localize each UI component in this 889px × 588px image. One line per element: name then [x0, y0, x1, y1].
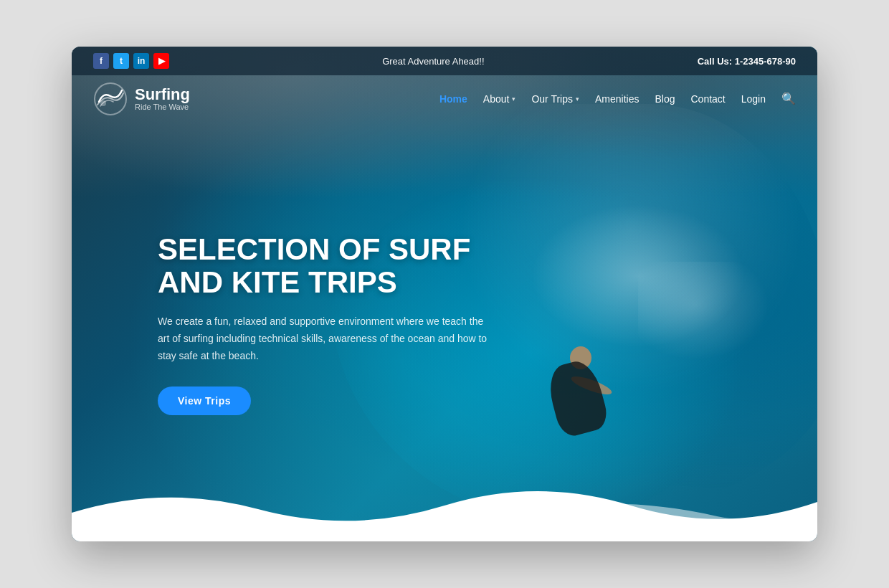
hero-section: f t in ▶ Great Adventure Ahead!! Call Us… — [72, 47, 817, 541]
hero-title: SELECTION OF SURF AND KITE TRIPS — [158, 233, 488, 299]
about-chevron: ▾ — [512, 95, 515, 103]
hero-content: SELECTION OF SURF AND KITE TRIPS We crea… — [158, 233, 488, 415]
nav-links: Home About ▾ Our Trips ▾ Amenities Blog … — [439, 92, 796, 105]
navbar: Surfing Ride The Wave Home About ▾ Our T… — [72, 75, 817, 122]
trips-chevron: ▾ — [576, 95, 579, 103]
topbar-phone: Call Us: 1-2345-678-90 — [698, 56, 796, 67]
view-trips-button[interactable]: View Trips — [158, 387, 251, 415]
nav-login[interactable]: Login — [741, 93, 766, 105]
wave-bottom — [72, 470, 817, 541]
hero-title-line1: SELECTION OF SURF — [158, 232, 470, 266]
facebook-icon[interactable]: f — [93, 53, 109, 69]
browser-window: f t in ▶ Great Adventure Ahead!! Call Us… — [72, 47, 817, 541]
hero-title-line2: AND KITE TRIPS — [158, 265, 397, 299]
linkedin-icon[interactable]: in — [133, 53, 149, 69]
search-icon[interactable]: 🔍 — [781, 92, 796, 105]
twitter-icon[interactable]: t — [113, 53, 129, 69]
nav-our-trips[interactable]: Our Trips ▾ — [531, 93, 579, 105]
nav-blog[interactable]: Blog — [655, 93, 675, 105]
topbar-tagline: Great Adventure Ahead!! — [169, 56, 698, 67]
top-bar: f t in ▶ Great Adventure Ahead!! Call Us… — [72, 47, 817, 75]
nav-about[interactable]: About ▾ — [483, 93, 516, 105]
social-icons-group: f t in ▶ — [93, 53, 169, 69]
logo[interactable]: Surfing Ride The Wave — [93, 82, 190, 116]
nav-contact[interactable]: Contact — [690, 93, 725, 105]
surfer-body — [543, 357, 610, 440]
nav-home[interactable]: Home — [439, 93, 467, 105]
logo-tagline: Ride The Wave — [135, 103, 190, 111]
logo-name: Surfing — [135, 87, 190, 103]
nav-amenities[interactable]: Amenities — [595, 93, 639, 105]
foam-spray2 — [638, 262, 781, 369]
youtube-icon[interactable]: ▶ — [153, 53, 169, 69]
hero-description: We create a fun, relaxed and supportive … — [158, 313, 488, 364]
logo-icon — [93, 82, 128, 116]
logo-text: Surfing Ride The Wave — [135, 87, 190, 111]
surfer-figure — [531, 333, 617, 448]
